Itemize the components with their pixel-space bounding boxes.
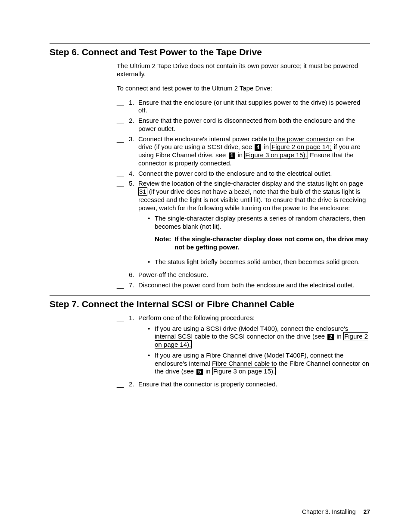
check-blank: __ [117,170,129,178]
xref-fig3[interactable]: Figure 3 on page 15). [244,151,308,159]
item-number: 7. [129,281,138,289]
item-number: 4. [129,170,138,178]
callout-4: 4 [255,144,261,151]
text-run: Review the location of the single-charac… [138,180,363,187]
rule [50,296,370,296]
item-text: Perform one of the following procedures:… [138,314,370,378]
xref-page31[interactable]: 31 [138,187,147,196]
step6-intro: The Ultrium 2 Tape Drive does not contai… [117,62,370,78]
item-number: 1. [129,314,138,378]
page-footer: Chapter 3. Installing 27 [302,508,370,516]
text-run: in [204,367,212,375]
step6-lead: To connect and test power to the Ultrium… [117,84,370,93]
footer-page: 27 [363,508,370,515]
section-step7: Step 7. Connect the Internal SCSI or Fib… [50,296,370,389]
bullet-list: • The single-character display presents … [148,215,370,266]
text-run: The single-character display presents a … [155,215,365,230]
item-number: 1. [129,99,138,115]
list-item: __ 3. Connect the enclosure's internal p… [117,135,370,168]
rule [50,44,370,44]
bullet-text: If you are using a SCSI drive (Model T40… [155,325,370,349]
text-run: in [236,151,244,159]
item-number: 2. [129,117,138,133]
bullet-text: The status light briefly becomes solid a… [155,258,370,266]
item-text: Ensure that the power cord is disconnect… [138,117,370,133]
list-item: __ 6. Power-off the enclosure. [117,271,370,279]
step6-list: __ 1. Ensure that the enclosure (or unit… [117,99,370,289]
xref-fig3[interactable]: Figure 3 on page 15). [212,367,276,375]
list-item: __ 5. Review the location of the single-… [117,180,370,269]
text-run: (if your drive does not have a bezel, no… [138,188,366,212]
text-run: in [335,333,343,340]
check-blank: __ [117,117,129,133]
xref-fig2[interactable]: Figure 2 on page 14; [271,143,332,151]
step7-title: Step 7. Connect the Internal SCSI or Fib… [50,299,370,310]
bullet-item: • If you are using a Fibre Channel drive… [148,352,370,376]
step6-title: Step 6. Connect and Test Power to the Ta… [50,47,370,58]
bullet-list: • If you are using a SCSI drive (Model T… [148,325,370,376]
item-text: Disconnect the power cord from both the … [138,281,370,289]
text-run: Perform one of the following procedures: [138,314,255,321]
bullet-item: • The single-character display presents … [148,215,370,255]
bullet-dot: • [148,352,155,376]
callout-1: 1 [229,152,235,159]
item-text: Ensure that the connector is properly co… [138,380,370,389]
check-blank: __ [117,281,129,289]
list-item: __ 2. Ensure that the power cord is disc… [117,117,370,133]
bullet-text: If you are using a Fibre Channel drive (… [155,352,370,376]
check-blank: __ [117,99,129,115]
list-item: __ 1. Perform one of the following proce… [117,314,370,378]
bullet-item: • If you are using a SCSI drive (Model T… [148,325,370,349]
item-number: 6. [129,271,138,279]
step7-list: __ 1. Perform one of the following proce… [117,314,370,389]
section-step6: Step 6. Connect and Test Power to the Ta… [50,44,370,289]
step6-body: The Ultrium 2 Tape Drive does not contai… [117,62,370,289]
item-number: 5. [129,180,138,269]
callout-5: 5 [196,369,203,375]
note-text: If the single-character display does not… [174,235,370,252]
item-text: Ensure that the enclosure (or unit that … [138,99,370,115]
item-text: Power-off the enclosure. [138,271,370,279]
item-text: Review the location of the single-charac… [138,180,370,269]
item-number: 2. [129,380,138,389]
note-block: Note: If the single-character display do… [155,235,370,252]
list-item: __ 2. Ensure that the connector is prope… [117,380,370,389]
bullet-item: • The status light briefly becomes solid… [148,258,370,266]
bullet-dot: • [148,258,155,266]
footer-chapter: Chapter 3. Installing [302,508,356,515]
item-text: Connect the power cord to the enclosure … [138,170,370,178]
check-blank: __ [117,180,129,269]
text-run: in [262,143,271,150]
item-number: 3. [129,135,138,168]
check-blank: __ [117,380,129,389]
callout-2: 2 [327,334,334,340]
list-item: __ 4. Connect the power cord to the encl… [117,170,370,178]
check-blank: __ [117,271,129,279]
bullet-text: The single-character display presents a … [155,215,370,255]
list-item: __ 7. Disconnect the power cord from bot… [117,281,370,289]
step7-body: __ 1. Perform one of the following proce… [117,314,370,389]
check-blank: __ [117,314,129,378]
note-label: Note: [155,235,174,252]
list-item: __ 1. Ensure that the enclosure (or unit… [117,99,370,115]
item-text: Connect the enclosure's internal power c… [138,135,370,168]
bullet-dot: • [148,325,155,349]
bullet-dot: • [148,215,155,255]
text-run: If you are using a SCSI drive (Model T40… [155,325,349,340]
check-blank: __ [117,135,129,168]
